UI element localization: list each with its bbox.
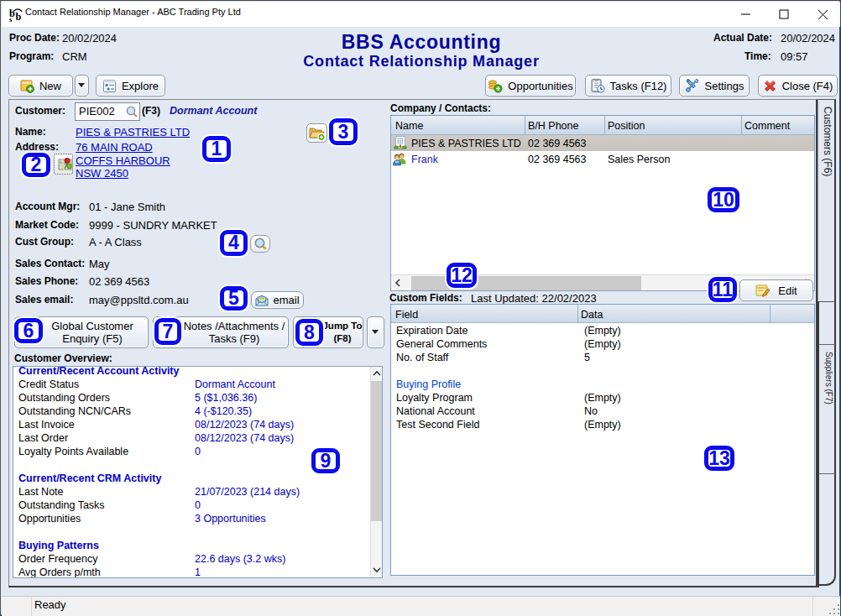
svg-text:b: b	[16, 11, 22, 23]
